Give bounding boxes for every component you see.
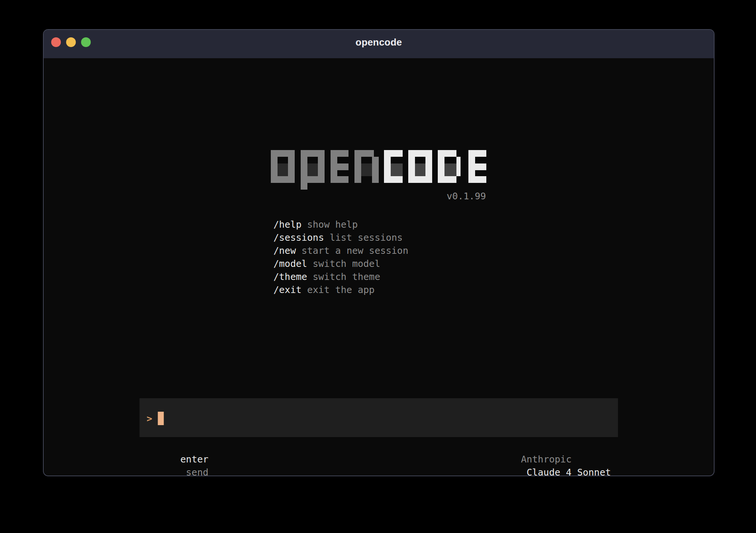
opencode-window: opencode xyxy=(43,29,715,476)
command-description: list sessions xyxy=(329,232,403,243)
minimize-button[interactable] xyxy=(66,37,76,47)
command-list: /helpshow help/sessionslist sessions/new… xyxy=(273,218,408,296)
opencode-logo: v0.1.99 xyxy=(271,150,487,203)
command-name: /new xyxy=(273,245,296,256)
command-item: /modelswitch model xyxy=(273,257,408,270)
version-label: v0.1.99 xyxy=(271,190,487,203)
prompt-input[interactable]: > xyxy=(140,398,618,437)
keybind-action: send xyxy=(186,467,208,476)
command-description: switch theme xyxy=(313,271,380,282)
command-description: switch model xyxy=(313,258,380,269)
text-cursor xyxy=(158,412,164,425)
maximize-button[interactable] xyxy=(81,37,91,47)
prompt-line: > xyxy=(147,412,164,425)
command-item: /newstart a new session xyxy=(273,244,408,257)
command-description: start a new session xyxy=(301,245,408,256)
command-item: /exitexit the app xyxy=(273,283,408,296)
window-title: opencode xyxy=(356,37,402,48)
command-item: /helpshow help xyxy=(273,218,408,231)
command-name: /exit xyxy=(273,284,301,295)
prompt-symbol: > xyxy=(147,413,152,424)
model-provider: Anthropic xyxy=(521,454,571,465)
traffic-lights xyxy=(51,37,91,47)
model-indicator[interactable]: Anthropic Claude 4 Sonnet xyxy=(487,440,611,476)
keybind-hint: enter send xyxy=(147,440,209,476)
command-item: /sessionslist sessions xyxy=(273,231,408,244)
opencode-logo-pixelart xyxy=(271,150,487,190)
command-name: /help xyxy=(273,219,301,230)
command-name: /theme xyxy=(273,271,307,282)
keybind-key: enter xyxy=(180,454,208,465)
close-button[interactable] xyxy=(51,37,61,47)
command-name: /model xyxy=(273,258,307,269)
command-description: show help xyxy=(307,219,357,230)
window-titlebar[interactable]: opencode xyxy=(44,30,714,58)
command-item: /themeswitch theme xyxy=(273,270,408,283)
status-bar: enter send Anthropic Claude 4 Sonnet xyxy=(140,440,618,476)
command-description: exit the app xyxy=(307,284,375,295)
command-name: /sessions xyxy=(273,232,324,243)
model-name: Claude 4 Sonnet xyxy=(527,467,611,476)
